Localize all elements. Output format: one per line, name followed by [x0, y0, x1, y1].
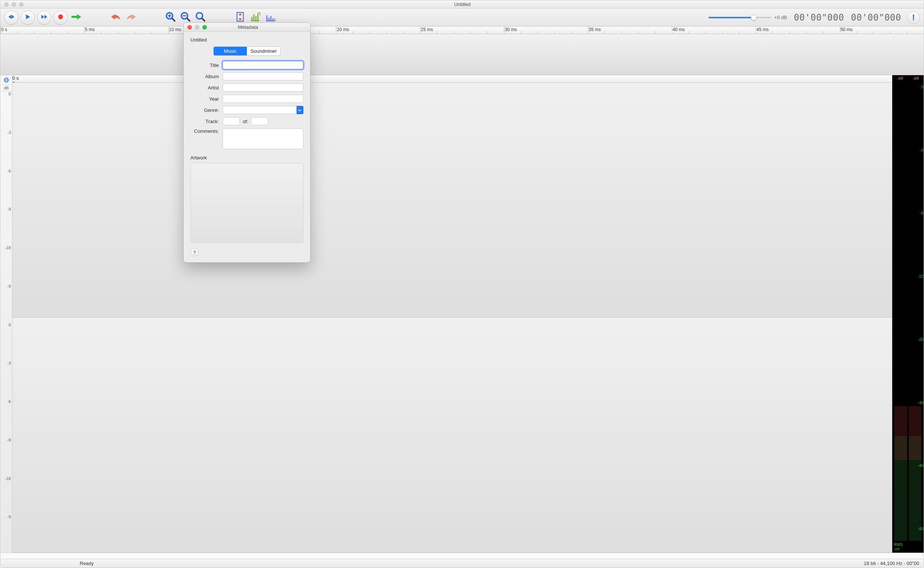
genre-field[interactable] [223, 106, 297, 114]
genre-dropdown-button[interactable] [297, 106, 303, 114]
svg-line-2 [172, 18, 175, 21]
db-value: -6 [0, 168, 12, 207]
zoom-out-button[interactable] [179, 11, 192, 24]
waveform-right-channel[interactable] [12, 318, 892, 553]
ruler-tick-label: 50 ms [841, 27, 853, 32]
svg-point-0 [58, 15, 63, 20]
zoom-dot[interactable] [19, 2, 24, 7]
year-field[interactable] [223, 95, 303, 103]
metadata-dialog: Metadata Untitled Music Soundminer Title… [183, 23, 311, 263]
help-button[interactable]: ? [190, 248, 199, 256]
channel-icon[interactable] [0, 75, 12, 85]
volume-track[interactable] [708, 17, 771, 18]
rewind-button[interactable] [4, 11, 18, 25]
main-window: Untitled [0, 0, 924, 568]
ruler-tick-label: 10 ms [169, 27, 181, 32]
svg-line-9 [202, 18, 205, 21]
db-value: -9 [0, 514, 12, 553]
track-ruler[interactable]: 0 s5 ms10 ms15 ms20 ms25 ms30 ms35 ms40 … [12, 75, 892, 83]
ruler-tick-label: 30 ms [505, 27, 517, 32]
label-genre: Genre: [190, 107, 223, 113]
zoom-fit-button[interactable] [194, 11, 207, 24]
status-bar: Ready 16 bit - 44,100 Hz - 00"00 [0, 559, 924, 568]
view-up-button[interactable] [249, 11, 261, 24]
question-icon: ? [193, 249, 196, 255]
db-scale-right-ch: 0-3-6-9-18-9 [0, 322, 12, 553]
track-of-field[interactable] [251, 117, 268, 125]
title-field[interactable] [223, 61, 303, 69]
traffic-lights [0, 2, 24, 7]
zoom-out-icon [180, 11, 191, 24]
ruler-tick-label: 5 ms [12, 81, 892, 83]
volume-thumb[interactable] [751, 15, 757, 21]
level-meter: -inf -inf 0-3-6-12-20-30-40-60 RMS -inf [892, 75, 924, 553]
meter-rms-value: -inf [894, 547, 922, 551]
waveform-left-channel[interactable] [12, 83, 892, 318]
chart-down-icon [264, 11, 276, 24]
exclaim-icon: ! [912, 13, 915, 23]
play-button[interactable] [21, 11, 35, 25]
meter-bar-left [894, 82, 907, 541]
artwork-dropzone[interactable] [190, 163, 303, 243]
db-value: -18 [0, 476, 12, 515]
dialog-min-dot [195, 25, 199, 30]
continue-button[interactable] [70, 11, 83, 24]
db-scale-left-ch: 0-3-6-9-18-9 [0, 91, 12, 322]
rewind-icon [7, 13, 15, 22]
tab-music[interactable]: Music [214, 47, 247, 55]
artist-field[interactable] [223, 83, 303, 92]
db-value: -3 [0, 360, 12, 399]
redo-button[interactable] [125, 11, 137, 24]
record-icon [56, 13, 65, 22]
view-down-button[interactable] [264, 11, 276, 24]
ruler-tick-label: 0 s [12, 75, 892, 81]
svg-line-6 [187, 18, 190, 21]
ruler-tick-label: 35 ms [589, 27, 601, 32]
info-button[interactable]: ! [907, 11, 920, 24]
left-gutter: dB 0-3-6-9-18-9 0-3-6-9-18-9 [0, 75, 12, 553]
ruler-tick-label: 40 ms [672, 27, 685, 32]
volume-slider[interactable]: +0 dB [708, 15, 787, 20]
fit-vertical-icon [235, 11, 246, 24]
label-comments: Comments: [190, 128, 223, 134]
record-button[interactable] [53, 11, 68, 25]
label-track: Track: [190, 119, 223, 124]
tab-soundminer[interactable]: Soundminer [247, 47, 280, 55]
horizontal-scrollbar[interactable] [0, 553, 924, 559]
db-value: -9 [0, 284, 12, 322]
overview-waveform[interactable] [0, 34, 924, 75]
label-title: Title [190, 62, 223, 68]
db-value: -9 [0, 207, 12, 245]
overview-ruler[interactable]: 0 s5 ms10 ms15 ms20 ms25 ms30 ms35 ms40 … [0, 27, 924, 34]
db-value: 0 [0, 91, 12, 130]
meter-scale-value: -30 [918, 401, 923, 405]
timecode-right: 00'00"000 [851, 12, 901, 23]
db-header: dB [0, 85, 12, 91]
svg-point-8 [196, 13, 203, 19]
play-icon [24, 13, 32, 22]
dialog-titlebar: Metadata [184, 23, 310, 32]
minimize-dot[interactable] [12, 2, 16, 7]
forward-icon [40, 13, 48, 22]
ruler-tick-label: 45 ms [757, 27, 769, 32]
dialog-close-dot[interactable] [187, 25, 192, 30]
ruler-tick-label: 5 ms [85, 27, 95, 32]
zoom-fit-icon [195, 11, 206, 24]
track-number-field[interactable] [223, 117, 240, 125]
meter-scale-value: -20 [918, 337, 923, 341]
undo-button[interactable] [110, 11, 122, 24]
dialog-title: Metadata [207, 24, 289, 30]
comments-field[interactable] [223, 128, 303, 149]
dialog-zoom-dot[interactable] [202, 25, 207, 30]
zoom-in-button[interactable] [164, 11, 177, 24]
db-value: -3 [0, 130, 12, 168]
main-titlebar: Untitled [0, 0, 924, 9]
meter-scale-value: -6 [918, 211, 923, 215]
fit-vertical-button[interactable] [234, 11, 247, 24]
album-field[interactable] [223, 72, 303, 80]
chevron-down-icon [298, 107, 301, 113]
close-dot[interactable] [4, 2, 9, 7]
volume-label: +0 dB [774, 15, 787, 20]
meter-peak-right: -inf [913, 76, 918, 80]
forward-button[interactable] [37, 11, 51, 25]
